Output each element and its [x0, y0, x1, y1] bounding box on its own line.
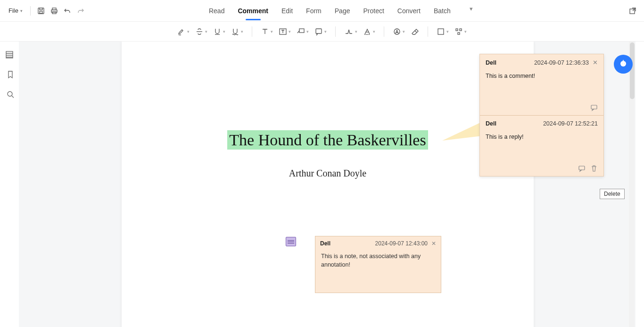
note-body[interactable]: This is a note, not associated with any … — [315, 251, 441, 293]
separator — [428, 26, 428, 37]
comment-thread-panel: Dell 2024-09-07 12:36:33 ✕ This is a com… — [479, 54, 604, 176]
caret-insert-tool[interactable]: ▾ — [343, 25, 358, 38]
separator — [335, 26, 336, 37]
svg-point-20 — [621, 63, 622, 64]
comment-header: Dell 2024-09-07 12:52:21 — [486, 120, 598, 127]
tab-batch[interactable]: Batch — [434, 5, 451, 17]
underline-tool[interactable]: ▾ — [212, 25, 226, 38]
ai-assistant-button[interactable] — [614, 55, 633, 74]
svg-rect-12 — [460, 29, 462, 31]
comment-author: Dell — [486, 120, 496, 127]
comment-reply-item[interactable]: Dell 2024-09-07 12:52:21 This is a reply… — [480, 115, 603, 176]
reply-icon[interactable] — [578, 165, 586, 172]
note-popup-header: Dell 2024-09-07 12:43:00 ✕ — [315, 236, 441, 251]
comment-timestamp: 2024-09-07 12:52:21 — [543, 120, 598, 127]
comment-toolbar: ▾ ▾ ▾ ▾ ▾ ▾ ▾ ▾ ▾ ▾ ▾ ▾ ▾ — [0, 22, 644, 42]
tabs-overflow-icon[interactable]: ▾ — [470, 5, 473, 17]
strikethrough-tool[interactable]: ▾ — [194, 25, 208, 38]
close-icon[interactable]: ✕ — [593, 59, 598, 66]
svg-rect-17 — [591, 105, 597, 109]
note-annotation-icon[interactable] — [286, 237, 296, 246]
comment-header: Dell 2024-09-07 12:36:33 ✕ — [486, 59, 598, 66]
delete-tooltip: Delete — [600, 189, 625, 199]
document-author: Arthur Conan Doyle — [122, 168, 534, 179]
svg-rect-11 — [456, 29, 458, 31]
note-popup[interactable]: Dell 2024-09-07 12:43:00 ✕ This is a not… — [315, 236, 441, 293]
tab-read[interactable]: Read — [209, 5, 224, 17]
replace-text-tool[interactable]: ▾ — [362, 25, 376, 38]
search-icon[interactable] — [5, 89, 16, 100]
text-box-tool[interactable]: ▾ — [278, 25, 292, 38]
note-tool[interactable]: ▾ — [314, 25, 328, 38]
chevron-down-icon: ▾ — [20, 8, 23, 13]
document-canvas: The Hound of the Baskervilles Arthur Con… — [19, 42, 636, 327]
redo-icon[interactable] — [75, 5, 86, 17]
svg-rect-8 — [316, 29, 322, 34]
page: The Hound of the Baskervilles Arthur Con… — [122, 42, 534, 327]
highlight-span[interactable]: The Hound of the Baskervilles — [227, 130, 428, 150]
separator — [30, 6, 31, 16]
svg-rect-13 — [458, 33, 460, 34]
print-icon[interactable] — [49, 5, 60, 17]
note-timestamp: 2024-09-07 12:43:00 — [375, 240, 428, 247]
trash-icon[interactable] — [590, 165, 598, 172]
eraser-tool[interactable] — [410, 25, 420, 38]
tab-convert[interactable]: Convert — [397, 5, 421, 17]
left-rail — [0, 42, 19, 100]
document-title: The Hound of the Baskervilles — [122, 131, 534, 149]
thumbnails-icon[interactable] — [4, 49, 15, 60]
file-menu-label: File — [8, 7, 18, 14]
svg-rect-18 — [579, 166, 585, 170]
main-tabs: Read Comment Edit Form Page Protect Conv… — [209, 5, 473, 17]
stamp-tool[interactable]: ▾ — [392, 25, 406, 38]
separator — [384, 26, 384, 37]
highlight-tool[interactable]: ▾ — [176, 25, 190, 38]
menubar: File ▾ Read Comment Edit Form Page Prote… — [0, 0, 644, 22]
note-author: Dell — [320, 240, 330, 247]
svg-rect-7 — [299, 29, 304, 33]
svg-point-15 — [8, 92, 12, 96]
reply-icon[interactable] — [590, 104, 598, 111]
close-icon[interactable]: ✕ — [431, 240, 436, 247]
text-tool[interactable]: ▾ — [260, 25, 274, 38]
svg-rect-10 — [438, 29, 444, 34]
shape-tool[interactable]: ▾ — [436, 25, 450, 38]
comment-actions — [486, 95, 598, 111]
file-menu[interactable]: File ▾ — [6, 5, 25, 16]
comment-body: This is a reply! — [486, 134, 598, 156]
svg-rect-0 — [38, 8, 44, 14]
comment-item[interactable]: Dell 2024-09-07 12:36:33 ✕ This is a com… — [480, 54, 603, 115]
tab-protect[interactable]: Protect — [363, 5, 384, 17]
tab-page[interactable]: Page — [335, 5, 350, 17]
wavy-underline-tool[interactable]: ▾ — [230, 25, 244, 38]
undo-icon[interactable] — [62, 5, 73, 17]
tab-edit[interactable]: Edit — [281, 5, 293, 17]
callout-tool[interactable]: ▾ — [296, 25, 310, 38]
comment-timestamp: 2024-09-07 12:36:33 — [534, 59, 589, 66]
tab-comment[interactable]: Comment — [238, 5, 268, 17]
distribute-tool[interactable]: ▾ — [454, 25, 468, 38]
bookmark-icon[interactable] — [5, 69, 16, 80]
svg-rect-4 — [52, 12, 56, 14]
comment-body: This is a comment! — [486, 73, 598, 95]
popout-icon[interactable] — [627, 5, 638, 17]
scrollbar-thumb[interactable] — [630, 42, 635, 99]
svg-point-21 — [624, 63, 625, 64]
tab-form[interactable]: Form — [306, 5, 322, 17]
comment-actions — [486, 156, 598, 172]
separator — [252, 26, 252, 37]
save-icon[interactable] — [35, 5, 47, 17]
svg-rect-1 — [40, 11, 42, 13]
comment-author: Dell — [486, 59, 496, 66]
